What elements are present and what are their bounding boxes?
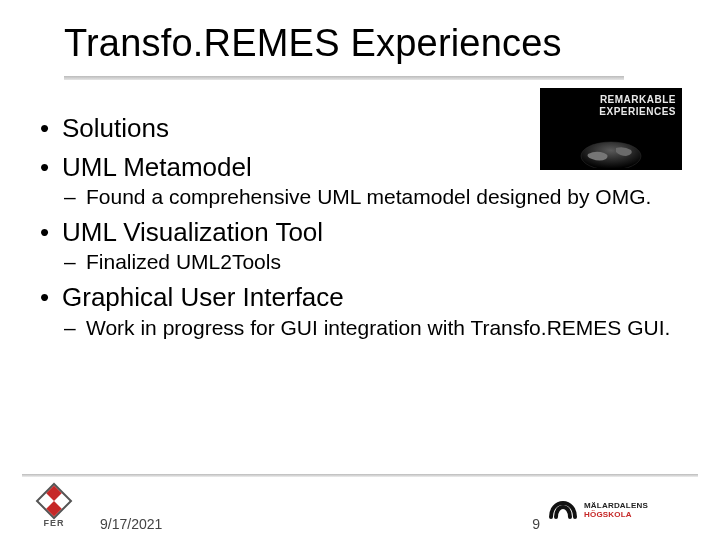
badge-line-1: REMARKABLE xyxy=(600,94,676,105)
mdh-label-1: MÄLARDALENS xyxy=(584,502,648,510)
list-item: Found a comprehensive UML metamodel desi… xyxy=(62,185,684,210)
title-underline xyxy=(64,76,624,80)
bullet-text: UML Visualization Tool xyxy=(62,217,323,247)
sub-bullet-text: Work in progress for GUI integration wit… xyxy=(86,316,670,339)
mdh-label-2: HÖGSKOLA xyxy=(584,511,648,519)
list-item: UML Visualization Tool Finalized UML2Too… xyxy=(36,216,684,275)
list-item: Work in progress for GUI integration wit… xyxy=(62,316,684,341)
list-item: Graphical User Interface Work in progres… xyxy=(36,281,684,340)
mdh-mark-icon xyxy=(548,497,578,523)
fer-diamond-icon xyxy=(36,483,73,520)
sub-bullet-list: Work in progress for GUI integration wit… xyxy=(62,316,684,341)
footer-date: 9/17/2021 xyxy=(100,516,162,532)
content-area: Solutions UML Metamodel Found a comprehe… xyxy=(36,106,684,340)
mdh-logo: MÄLARDALENS HÖGSKOLA xyxy=(548,490,698,530)
bullet-text: Solutions xyxy=(62,113,169,143)
page-number: 9 xyxy=(532,516,540,532)
slide-title: Transfo.REMES Experiences xyxy=(64,22,682,65)
sub-bullet-list: Found a comprehensive UML metamodel desi… xyxy=(62,185,684,210)
sub-bullet-text: Found a comprehensive UML metamodel desi… xyxy=(86,185,651,208)
list-item: UML Metamodel Found a comprehensive UML … xyxy=(36,151,684,210)
slide: Transfo.REMES Experiences REMARKABLE EXP… xyxy=(0,0,720,540)
footer-rule xyxy=(22,474,698,477)
bullet-text: Graphical User Interface xyxy=(62,282,344,312)
list-item: Solutions xyxy=(36,112,684,145)
list-item: Finalized UML2Tools xyxy=(62,250,684,275)
fer-label: FER xyxy=(44,518,65,528)
sub-bullet-list: Finalized UML2Tools xyxy=(62,250,684,275)
fer-logo: FER xyxy=(26,488,82,528)
sub-bullet-text: Finalized UML2Tools xyxy=(86,250,281,273)
footer: FER 9/17/2021 9 MÄLARDALENS HÖGSKOLA xyxy=(0,474,720,540)
bullet-list: Solutions UML Metamodel Found a comprehe… xyxy=(36,112,684,340)
bullet-text: UML Metamodel xyxy=(62,152,252,182)
